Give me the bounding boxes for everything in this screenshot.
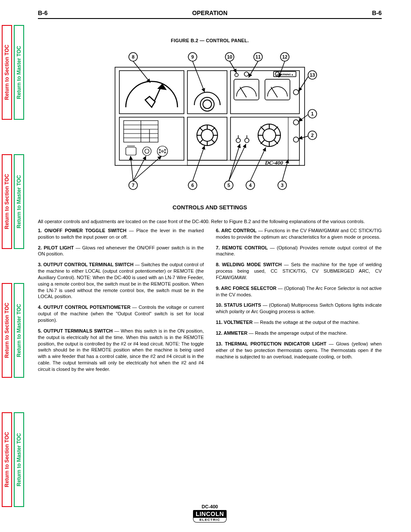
- svg-line-108: [133, 156, 146, 181]
- figure-panel-wrap: ▲WARNING▲: [38, 49, 382, 196]
- logo-bottom-text: ELECTRIC: [193, 518, 227, 523]
- svg-line-63: [274, 140, 278, 144]
- svg-line-48: [199, 140, 203, 143]
- svg-point-40: [165, 152, 166, 153]
- controls-heading: CONTROLS AND SETTINGS: [38, 204, 382, 211]
- svg-point-23: [293, 137, 299, 142]
- svg-text:9: 9: [191, 54, 194, 59]
- page-header: B-6 OPERATION B-6: [38, 9, 382, 16]
- svg-text:10: 10: [227, 54, 232, 59]
- controls-list: 1. ON/OFF POWER TOGGLE SWITCH — Place th…: [38, 227, 382, 373]
- svg-rect-4: [119, 117, 184, 160]
- svg-text:4: 4: [249, 183, 252, 188]
- svg-point-39: [159, 152, 161, 153]
- svg-text:6: 6: [191, 183, 194, 188]
- svg-point-56: [263, 129, 276, 142]
- control-item-8: 8. WELDING MODE SWITCH — Sets the machin…: [216, 261, 382, 281]
- svg-text:3: 3: [281, 183, 283, 188]
- svg-line-13: [240, 87, 246, 97]
- control-item-3: 3. OUTPUT CONTROL TERMINAL SWITCH — Swit…: [38, 261, 204, 300]
- svg-point-36: [162, 150, 163, 152]
- svg-line-64: [261, 127, 265, 131]
- svg-rect-0: [115, 67, 305, 165]
- svg-point-22: [293, 120, 299, 125]
- svg-text:7: 7: [132, 183, 134, 188]
- return-section-toc-tab[interactable]: Return to Section TOC: [2, 412, 12, 507]
- svg-text:5: 5: [227, 183, 230, 188]
- logo-top-text: LINCOLN: [193, 510, 227, 518]
- svg-line-61: [274, 127, 278, 131]
- svg-marker-8: [157, 84, 167, 90]
- control-item-9: 9. ARC FORCE SELECTOR — (Optional) The A…: [216, 285, 382, 298]
- controls-intro: All operator controls and adjustments ar…: [38, 218, 382, 225]
- control-item-7: 7. REMOTE CONTROL — (Optional) Provides …: [216, 245, 382, 258]
- svg-line-73: [193, 61, 205, 92]
- controls-intro-text: All operator controls and adjustments ar…: [38, 218, 382, 225]
- svg-line-107: [131, 156, 133, 181]
- svg-point-16: [244, 72, 249, 76]
- header-left-code: B-6: [38, 9, 48, 16]
- control-panel-diagram: ▲WARNING▲: [102, 49, 318, 196]
- svg-point-53: [245, 138, 249, 143]
- header-right-code: B-6: [372, 9, 382, 16]
- svg-point-51: [236, 138, 240, 143]
- svg-line-47: [212, 128, 215, 131]
- svg-line-50: [199, 128, 203, 131]
- svg-text:2: 2: [311, 133, 314, 138]
- control-item-4: 4. OUTPUT CONTROL POTENTIOMETER — Contro…: [38, 304, 204, 324]
- header-divider: [38, 18, 382, 19]
- control-item-11: 11. VOLTMETER — Reads the voltage at the…: [216, 319, 382, 326]
- svg-line-91: [299, 136, 308, 139]
- side-nav-tabs: Return to Section TOC Return to Section …: [2, 0, 24, 532]
- svg-line-79: [249, 61, 258, 78]
- svg-line-15: [271, 87, 277, 97]
- control-item-12: 12. AMMETER — Reads the amperage output …: [216, 330, 382, 336]
- svg-line-49: [212, 140, 215, 143]
- return-master-toc-tab[interactable]: Return to Master TOC: [14, 25, 24, 120]
- svg-text:DC-400: DC-400: [265, 159, 283, 166]
- section-tab-column: Return to Section TOC Return to Section …: [2, 0, 12, 532]
- svg-point-38: [165, 149, 166, 151]
- svg-text:12: 12: [282, 54, 287, 59]
- svg-point-42: [201, 129, 213, 141]
- svg-text:1: 1: [311, 111, 314, 116]
- control-item-2: 2. PILOT LIGHT — Glows red whenever the …: [38, 245, 204, 258]
- header-title: OPERATION: [192, 9, 227, 16]
- control-item-6: 6. ARC CONTROL — Functions in the CV FMA…: [216, 227, 382, 240]
- lincoln-logo: LINCOLN ELECTRIC: [193, 510, 227, 523]
- svg-line-70: [133, 61, 150, 83]
- svg-rect-6: [230, 117, 299, 160]
- svg-line-101: [229, 144, 246, 181]
- figure-caption: FIGURE B.2 — CONTROL PANEL.: [38, 38, 382, 43]
- svg-line-97: [250, 147, 266, 181]
- svg-point-37: [159, 149, 161, 151]
- footer-model: DC-400: [38, 504, 382, 509]
- svg-point-33: [143, 147, 151, 156]
- svg-point-34: [145, 149, 149, 153]
- return-master-toc-tab[interactable]: Return to Master TOC: [14, 154, 24, 249]
- return-section-toc-tab[interactable]: Return to Section TOC: [2, 283, 12, 378]
- svg-line-88: [299, 115, 308, 121]
- control-item-13: 13. THERMAL PROTECTION INDICATOR LIGHT —…: [216, 341, 382, 360]
- svg-point-21: [293, 90, 299, 95]
- svg-point-35: [157, 146, 168, 156]
- svg-point-11: [203, 100, 212, 109]
- control-item-1: 1. ON/OFF POWER TOGGLE SWITCH — Place th…: [38, 227, 204, 240]
- svg-marker-9: [145, 96, 155, 107]
- svg-line-62: [261, 140, 265, 144]
- page-content: B-6 OPERATION B-6 FIGURE B.2 — CONTROL P…: [38, 9, 382, 523]
- control-item-10: 10. STATUS LIGHTS — (Optional) Multiproc…: [216, 302, 382, 315]
- svg-text:13: 13: [310, 72, 315, 78]
- return-master-toc-tab[interactable]: Return to Master TOC: [14, 412, 24, 507]
- svg-rect-31: [126, 147, 136, 155]
- svg-text:8: 8: [132, 54, 134, 59]
- svg-text:▲WARNING▲: ▲WARNING▲: [276, 73, 294, 76]
- svg-text:11: 11: [255, 54, 261, 59]
- svg-line-94: [282, 159, 288, 181]
- master-tab-column: Return to Master TOC Return to Master TO…: [14, 0, 24, 532]
- svg-rect-5: [187, 117, 227, 160]
- return-section-toc-tab[interactable]: Return to Section TOC: [2, 154, 12, 249]
- return-master-toc-tab[interactable]: Return to Master TOC: [14, 283, 24, 378]
- control-item-5: 5. OUTPUT TERMINALS SWITCH — When this s…: [38, 328, 204, 373]
- return-section-toc-tab[interactable]: Return to Section TOC: [2, 25, 12, 120]
